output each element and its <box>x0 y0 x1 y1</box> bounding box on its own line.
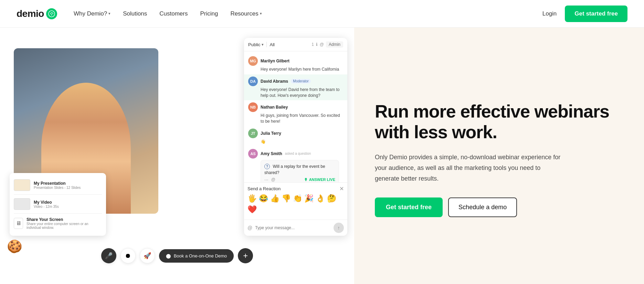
at-button[interactable]: @ <box>271 177 275 182</box>
at-icon[interactable]: @ <box>247 225 252 231</box>
add-button[interactable]: + <box>238 248 253 263</box>
chat-header: Public ▾ All 1 ℹ @ Admin <box>244 38 347 51</box>
nav-item-pricing[interactable]: Pricing <box>200 10 218 17</box>
share-screen-subtitle: Share your entire computer screen or an … <box>27 222 102 230</box>
share-screen-title: Share Your Screen <box>27 217 102 222</box>
send-message-button[interactable]: ↑ <box>334 223 344 233</box>
list-item: JT Julia Terry 👋 <box>244 126 347 147</box>
emoji-laugh[interactable]: 😂 <box>259 194 268 203</box>
question-text: Will a replay for the event be shared? <box>264 164 325 175</box>
cta-buttons: Get started free Schedule a demo <box>375 197 623 217</box>
chat-message-text: Hey everyone! David here from the team t… <box>261 87 343 99</box>
emoji-party[interactable]: 🎉 <box>304 194 314 203</box>
emoji-thumbsup[interactable]: 👍 <box>270 194 279 203</box>
mic-icon: 🎙 <box>304 178 308 182</box>
share-button[interactable]: 🚀 <box>140 248 155 263</box>
chat-panel: Public ▾ All 1 ℹ @ Admin MG Ma <box>244 38 347 236</box>
right-panel: Run more effective webinars with less wo… <box>354 28 644 284</box>
video-title: My Video <box>34 200 59 205</box>
avatar: AS <box>248 149 258 159</box>
emoji-hand[interactable]: 🖐 <box>247 194 257 203</box>
avatar: NB <box>248 102 258 112</box>
logo[interactable]: demio <box>17 8 57 19</box>
slide-title: My Presentation <box>34 181 81 186</box>
divider <box>266 42 267 47</box>
at-icon: ℹ <box>316 42 318 47</box>
avatar: DA <box>248 77 258 86</box>
list-item: AS Amy Smith asked a question ? Will a r… <box>244 147 347 182</box>
avatar: MG <box>248 56 258 66</box>
circle-icon: ⬤ <box>166 253 171 258</box>
reaction-title: Send a Reaction <box>247 186 281 191</box>
video-thumbnail <box>14 198 30 210</box>
list-item[interactable]: My Video Video - 12m 35s <box>14 196 102 212</box>
mention-icon: @ <box>320 42 324 47</box>
video-subtitle: Video - 12m 35s <box>34 205 59 209</box>
chat-message-text: Hi guys, joining from Vancouver. So exci… <box>261 113 343 124</box>
chat-messages: MG Marilyn Gilbert Hey everyone! Marilyn… <box>244 51 347 182</box>
divider <box>14 194 102 195</box>
chat-count: 1 ℹ @ Admin <box>312 41 343 48</box>
chat-username: Amy Smith <box>261 151 282 156</box>
moderator-badge: Moderator <box>291 79 311 83</box>
schedule-demo-button[interactable]: Schedule a demo <box>448 197 517 217</box>
nav-right: Login Get started free <box>542 6 627 22</box>
main-content: My Presentation Presentation Slides - 12… <box>0 28 644 284</box>
nav-item-resources[interactable]: Resources ▾ <box>230 10 262 17</box>
mic-button[interactable]: 🎤 <box>101 248 116 263</box>
close-icon[interactable]: ✕ <box>339 185 344 192</box>
bottom-toolbar: 🍪 🎤 ⏺ 🚀 ⬤ Book a One-on-One Demo + <box>0 248 354 263</box>
emoji-think[interactable]: 🤔 <box>327 194 336 203</box>
nav-links: Why Demio? ▾ Solutions Customers Pricing… <box>74 10 542 17</box>
camera-button[interactable]: ⏺ <box>120 248 136 263</box>
chat-username: Julia Terry <box>261 131 281 136</box>
nav-item-solutions[interactable]: Solutions <box>123 10 147 17</box>
chevron-down-icon: ▾ <box>108 11 110 16</box>
list-item: NB Nathan Bailey Hi guys, joining from V… <box>244 100 347 126</box>
answer-live-button[interactable]: 🎙 ANSWER LIVE <box>304 178 335 182</box>
left-panel: My Presentation Presentation Slides - 12… <box>0 28 354 284</box>
navbar: demio Why Demio? ▾ Solutions Customers P… <box>0 0 644 28</box>
list-item: DA David Abrams Moderator Hey everyone! … <box>244 74 347 101</box>
monitor-icon: 🖥 <box>14 218 23 229</box>
avatar: JT <box>248 129 258 138</box>
chat-message-text: 👋 <box>261 139 343 145</box>
emoji-heart[interactable]: ❤️ <box>247 205 257 214</box>
question-bubble: ? Will a replay for the event be shared?… <box>261 160 339 182</box>
list-item[interactable]: My Presentation Presentation Slides - 12… <box>14 177 102 193</box>
chat-username: David Abrams <box>261 79 288 84</box>
share-screen-item[interactable]: 🖥 Share Your Screen Share your entire co… <box>14 215 102 232</box>
get-started-button[interactable]: Get started free <box>375 197 443 217</box>
emoji-ok[interactable]: 👌 <box>316 194 325 203</box>
chat-message-text: Hey everyone! Marilyn here from Californ… <box>261 67 343 72</box>
dots-button[interactable]: ··· <box>264 177 268 182</box>
chat-filter-all[interactable]: All <box>270 42 274 47</box>
nav-item-why-demio[interactable]: Why Demio? ▾ <box>74 10 110 17</box>
hero-description: Only Demio provides a simple, no-downloa… <box>375 152 561 184</box>
question-icon: ? <box>264 164 270 169</box>
chat-username: Nathan Bailey <box>261 105 288 110</box>
chevron-down-icon: ▾ <box>262 42 264 47</box>
chat-public-tab[interactable]: Public ▾ <box>248 42 264 47</box>
login-button[interactable]: Login <box>542 10 557 17</box>
chat-username: Marilyn Gilbert <box>261 59 289 63</box>
nav-item-customers[interactable]: Customers <box>159 10 188 17</box>
chevron-down-icon: ▾ <box>260 11 262 16</box>
book-demo-button[interactable]: ⬤ Book a One-on-One Demo <box>159 249 234 263</box>
reaction-emojis: 🖐 😂 👍 👎 👏 🎉 👌 🤔 ❤️ <box>247 194 344 214</box>
emoji-clap[interactable]: 👏 <box>293 194 302 203</box>
hero-title: Run more effective webinars with less wo… <box>375 101 623 143</box>
reaction-panel: Send a Reaction ✕ 🖐 😂 👍 👎 👏 🎉 👌 🤔 ❤️ <box>244 182 347 220</box>
emoji-thumbsdown[interactable]: 👎 <box>282 194 291 203</box>
divider <box>14 213 102 214</box>
list-item: MG Marilyn Gilbert Hey everyone! Marilyn… <box>244 54 347 74</box>
slide-thumbnail <box>14 179 30 191</box>
logo-icon <box>46 8 57 19</box>
svg-point-0 <box>49 11 55 17</box>
chat-message-input[interactable] <box>255 225 331 230</box>
get-started-nav-button[interactable]: Get started free <box>565 6 627 22</box>
asked-label: asked a question <box>285 152 311 155</box>
slides-panel: My Presentation Presentation Slides - 12… <box>10 173 106 236</box>
chat-admin-label: Admin <box>326 41 343 48</box>
cookie-icon: 🍪 <box>7 239 24 256</box>
